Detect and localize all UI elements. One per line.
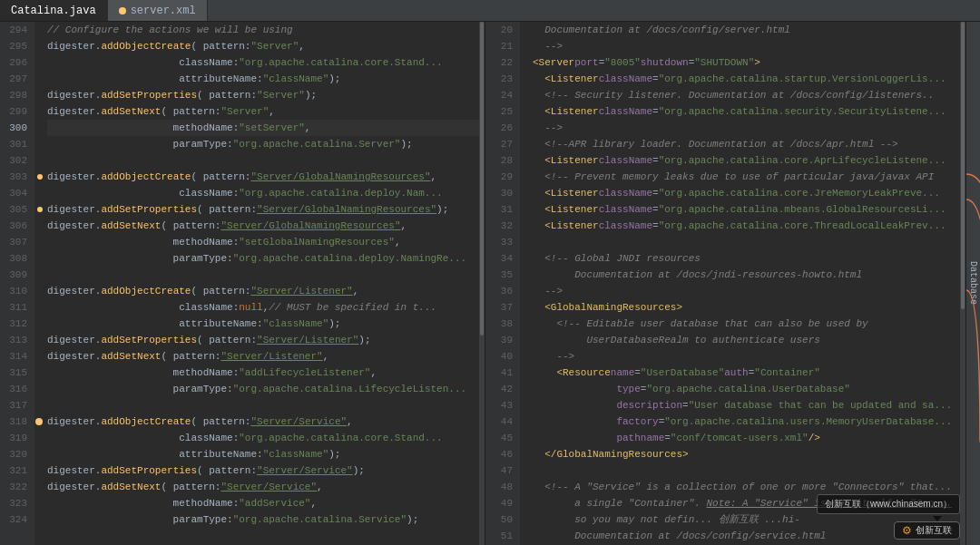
gutter-cell bbox=[34, 267, 44, 283]
code-line: factory="org.apache.catalina.users.Memor… bbox=[533, 414, 960, 430]
code-area-right: 2021222324252627282930313233343536373839… bbox=[485, 22, 965, 545]
tab-dot-right bbox=[119, 7, 126, 15]
tooltip-text: 创新互联（www.chinasem.cn） bbox=[825, 499, 952, 509]
code-line: <!-- Global JNDI resources bbox=[533, 250, 960, 267]
line-number: 303 bbox=[7, 169, 27, 185]
gutter-cell bbox=[34, 152, 44, 169]
gutter-cell bbox=[34, 446, 44, 462]
line-number: 29 bbox=[493, 169, 513, 185]
line-number: 47 bbox=[493, 462, 513, 479]
line-number: 28 bbox=[493, 152, 513, 169]
code-line: paramType: "org.apache.catalina.deploy.N… bbox=[47, 250, 479, 267]
gutter-cell bbox=[34, 348, 44, 365]
gutter-cell bbox=[34, 71, 44, 87]
watermark-area: 创新互联（www.chinasem.cn） ⚙ 创新互联 bbox=[817, 494, 960, 540]
line-number: 39 bbox=[493, 332, 513, 348]
code-line: paramType: "org.apache.catalina.Lifecycl… bbox=[47, 381, 479, 397]
code-line bbox=[533, 234, 960, 250]
code-line: digester.addSetProperties( pattern: "Ser… bbox=[47, 87, 479, 103]
line-number: 295 bbox=[7, 38, 27, 54]
line-number: 320 bbox=[7, 446, 27, 462]
code-line: digester.addSetNext( pattern: "Server/Se… bbox=[47, 479, 479, 495]
gutter-cell bbox=[34, 299, 44, 316]
line-number: 35 bbox=[493, 267, 513, 283]
pane-right: 2021222324252627282930313233343536373839… bbox=[485, 22, 980, 545]
scroll-indicator-right[interactable] bbox=[960, 22, 965, 545]
line-number: 25 bbox=[493, 103, 513, 120]
code-line: paramType: "org.apache.catalina.Server")… bbox=[47, 136, 479, 152]
gutter-cell bbox=[34, 218, 44, 234]
line-number: 316 bbox=[7, 381, 27, 397]
watermark-text: 创新互联 bbox=[916, 524, 952, 537]
gutter-cell bbox=[34, 22, 44, 38]
code-area-left: 2942952962972982993003013023033043053063… bbox=[0, 22, 485, 545]
line-number: 313 bbox=[7, 332, 27, 348]
line-number: 50 bbox=[493, 511, 513, 528]
code-content-left[interactable]: // Configure the actions we will be usin… bbox=[44, 22, 479, 545]
tab-server-xml[interactable]: server.xml bbox=[108, 0, 208, 21]
code-line: methodName: "addService", bbox=[47, 495, 479, 511]
line-number: 49 bbox=[493, 495, 513, 511]
line-number: 322 bbox=[7, 479, 27, 495]
tooltip-box: 创新互联（www.chinasem.cn） bbox=[817, 494, 960, 514]
line-number: 318 bbox=[7, 414, 27, 430]
tab-catalina[interactable]: Catalina.java bbox=[0, 0, 108, 21]
line-number: 307 bbox=[7, 234, 27, 250]
line-number: 40 bbox=[493, 348, 513, 365]
line-number: 319 bbox=[7, 430, 27, 446]
code-line: paramType: "org.apache.catalina.Service"… bbox=[47, 511, 479, 528]
code-line: pathname="conf/tomcat-users.xml" /> bbox=[533, 430, 960, 446]
line-number: 31 bbox=[493, 201, 513, 218]
code-line: methodName: "addLifecycleListener", bbox=[47, 365, 479, 381]
code-line: <Server port="8005" shutdown="SHUTDOWN"> bbox=[533, 54, 960, 71]
line-numbers-right: 2021222324252627282930313233343536373839… bbox=[485, 22, 520, 545]
line-number: 20 bbox=[493, 22, 513, 38]
code-line: <Listener className="org.apache.catalina… bbox=[533, 103, 960, 120]
line-number: 24 bbox=[493, 87, 513, 103]
code-line: <!-- Prevent memory leaks due to use of … bbox=[533, 169, 960, 185]
gutter-cell bbox=[34, 332, 44, 348]
code-line: digester.addSetNext( pattern: "Server/Gl… bbox=[47, 218, 479, 234]
code-line: digester.addObjectCreate( pattern: "Serv… bbox=[47, 283, 479, 299]
line-number: 42 bbox=[493, 381, 513, 397]
line-number: 38 bbox=[493, 316, 513, 332]
scroll-indicator-left[interactable] bbox=[479, 22, 485, 545]
code-content-right[interactable]: Documentation at /docs/config/server.htm… bbox=[529, 22, 960, 545]
line-number: 299 bbox=[7, 103, 27, 120]
line-number: 43 bbox=[493, 397, 513, 414]
code-line: <Listener className="org.apache.catalina… bbox=[533, 201, 960, 218]
line-number: 26 bbox=[493, 120, 513, 136]
tab-label-left: Catalina.java bbox=[11, 5, 96, 17]
pane-left: 2942952962972982993003013023033043053063… bbox=[0, 22, 485, 545]
code-line: <Listener className="org.apache.catalina… bbox=[533, 71, 960, 87]
line-number: 32 bbox=[493, 218, 513, 234]
line-number: 33 bbox=[493, 234, 513, 250]
line-number: 21 bbox=[493, 38, 513, 54]
line-number: 300 bbox=[7, 120, 27, 136]
line-number: 41 bbox=[493, 365, 513, 381]
code-line bbox=[47, 152, 479, 169]
code-line: methodName: "setGlobalNamingResources", bbox=[47, 234, 479, 250]
line-number: 323 bbox=[7, 495, 27, 511]
gutter-cell bbox=[34, 381, 44, 397]
gutter-cell bbox=[34, 250, 44, 267]
gutter-cell bbox=[34, 511, 44, 528]
code-line: </GlobalNamingResources> bbox=[533, 446, 960, 462]
code-line: <Listener className="org.apache.catalina… bbox=[533, 218, 960, 234]
scroll-thumb-right bbox=[961, 22, 965, 309]
line-number: 297 bbox=[7, 71, 27, 87]
scroll-thumb-left bbox=[480, 22, 484, 336]
code-line bbox=[47, 397, 479, 414]
gutter-left bbox=[34, 22, 44, 545]
gutter-cell bbox=[34, 103, 44, 120]
code-line: <Listener className="org.apache.catalina… bbox=[533, 185, 960, 201]
line-number: 314 bbox=[7, 348, 27, 365]
code-line: <!-- Security listener. Documentation at… bbox=[533, 87, 960, 103]
line-number: 37 bbox=[493, 299, 513, 316]
gutter-cell bbox=[34, 87, 44, 103]
panes: 2942952962972982993003013023033043053063… bbox=[0, 22, 980, 545]
code-line: digester.addObjectCreate( pattern: "Serv… bbox=[47, 169, 479, 185]
db-sidebar[interactable]: Database bbox=[965, 22, 980, 545]
line-number: 23 bbox=[493, 71, 513, 87]
watermark-badge: ⚙ 创新互联 bbox=[894, 521, 960, 540]
